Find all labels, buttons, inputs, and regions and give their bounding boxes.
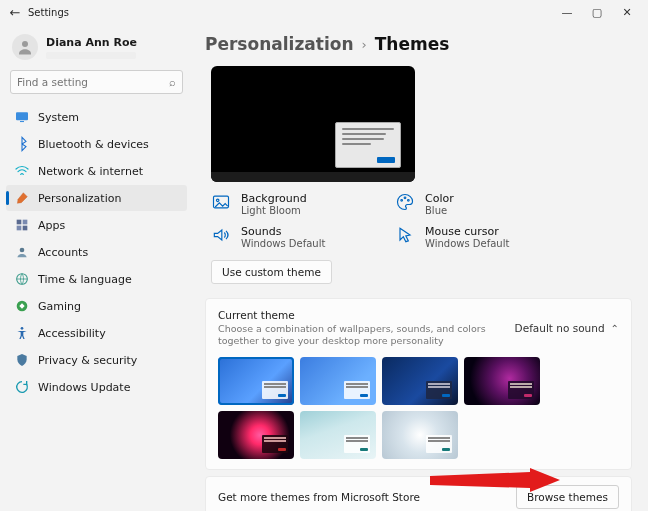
svg-point-7	[20, 248, 25, 253]
theme-preview	[211, 66, 415, 182]
accounts-icon	[14, 244, 30, 260]
page-title: Themes	[375, 34, 450, 54]
aspect-label: Background	[241, 192, 307, 205]
cursor-icon	[395, 225, 417, 247]
nav-label: Bluetooth & devices	[38, 138, 149, 151]
use-custom-theme-button[interactable]: Use custom theme	[211, 260, 332, 284]
aspect-label: Sounds	[241, 225, 325, 238]
theme-thumb-5[interactable]	[218, 411, 294, 459]
main-content: Personalization › Themes Background Ligh…	[195, 24, 648, 511]
nav-label: Personalization	[38, 192, 121, 205]
aspect-value: Windows Default	[241, 238, 325, 250]
card-subtitle: Choose a combination of wallpapers, soun…	[218, 323, 515, 347]
svg-rect-6	[23, 226, 28, 231]
aspect-label: Mouse cursor	[425, 225, 509, 238]
browse-themes-button[interactable]: Browse themes	[516, 485, 619, 509]
svg-rect-3	[17, 220, 22, 225]
theme-thumbnails	[206, 353, 631, 469]
globe-icon	[14, 271, 30, 287]
current-theme-card: Current theme Choose a combination of wa…	[205, 298, 632, 470]
svg-point-13	[401, 200, 403, 202]
svg-point-10	[21, 327, 24, 330]
nav-label: Network & internet	[38, 165, 143, 178]
nav-update[interactable]: Windows Update	[6, 374, 187, 400]
nav-label: System	[38, 111, 79, 124]
sound-scheme-label: Default no sound	[515, 322, 605, 334]
nav-apps[interactable]: Apps	[6, 212, 187, 238]
nav-accessibility[interactable]: Accessibility	[6, 320, 187, 346]
theme-thumb-6[interactable]	[300, 411, 376, 459]
bluetooth-icon	[14, 136, 30, 152]
svg-point-14	[404, 197, 406, 199]
wifi-icon	[14, 163, 30, 179]
nav-label: Gaming	[38, 300, 81, 313]
theme-thumb-3[interactable]	[382, 357, 458, 405]
nav-time[interactable]: Time & language	[6, 266, 187, 292]
theme-thumb-1[interactable]	[218, 357, 294, 405]
palette-icon	[395, 192, 417, 214]
aspect-cursor[interactable]: Mouse cursor Windows Default	[395, 225, 555, 250]
svg-point-15	[408, 200, 410, 202]
nav-label: Time & language	[38, 273, 132, 286]
store-label: Get more themes from Microsoft Store	[218, 491, 516, 503]
system-icon	[14, 109, 30, 125]
svg-point-12	[216, 199, 219, 202]
sidebar: Diana Ann Roe ⌕ System Bluetooth & devic…	[0, 24, 195, 511]
aspect-background[interactable]: Background Light Bloom	[211, 192, 371, 217]
aspect-color[interactable]: Color Blue	[395, 192, 555, 217]
nav-label: Privacy & security	[38, 354, 137, 367]
maximize-button[interactable]: ▢	[588, 6, 606, 19]
breadcrumb-parent[interactable]: Personalization	[205, 34, 354, 54]
user-name: Diana Ann Roe	[46, 36, 137, 49]
nav-bluetooth[interactable]: Bluetooth & devices	[6, 131, 187, 157]
close-button[interactable]: ✕	[618, 6, 636, 19]
nav-system[interactable]: System	[6, 104, 187, 130]
theme-thumb-4[interactable]	[464, 357, 540, 405]
svg-rect-2	[20, 121, 24, 122]
svg-rect-4	[23, 220, 28, 225]
back-button[interactable]: ←	[6, 5, 24, 20]
nav-label: Windows Update	[38, 381, 130, 394]
update-icon	[14, 379, 30, 395]
image-icon	[211, 192, 233, 214]
current-theme-header[interactable]: Current theme Choose a combination of wa…	[206, 299, 631, 353]
aspect-label: Color	[425, 192, 454, 205]
theme-thumb-2[interactable]	[300, 357, 376, 405]
nav-privacy[interactable]: Privacy & security	[6, 347, 187, 373]
window-title: Settings	[28, 7, 69, 18]
preview-window	[335, 122, 401, 168]
gaming-icon	[14, 298, 30, 314]
sound-icon	[211, 225, 233, 247]
search-input[interactable]: ⌕	[10, 70, 183, 94]
account-header[interactable]: Diana Ann Roe	[6, 30, 187, 68]
store-row: Get more themes from Microsoft Store Bro…	[205, 476, 632, 511]
nav-label: Accounts	[38, 246, 88, 259]
search-field[interactable]	[17, 76, 169, 88]
nav-gaming[interactable]: Gaming	[6, 293, 187, 319]
aspect-value: Blue	[425, 205, 454, 217]
minimize-button[interactable]: —	[558, 6, 576, 19]
apps-icon	[14, 217, 30, 233]
preview-taskbar	[211, 172, 415, 182]
svg-rect-5	[17, 226, 22, 231]
paintbrush-icon	[14, 190, 30, 206]
aspect-sounds[interactable]: Sounds Windows Default	[211, 225, 371, 250]
chevron-up-icon: ⌃	[611, 323, 619, 334]
title-bar: ← Settings — ▢ ✕	[0, 0, 648, 24]
nav-label: Accessibility	[38, 327, 106, 340]
chevron-right-icon: ›	[362, 37, 367, 52]
card-title: Current theme	[218, 309, 515, 321]
svg-rect-1	[16, 112, 28, 120]
nav-label: Apps	[38, 219, 65, 232]
aspect-value: Windows Default	[425, 238, 509, 250]
breadcrumb: Personalization › Themes	[205, 34, 632, 54]
user-email-placeholder	[46, 52, 136, 59]
svg-point-0	[22, 41, 28, 47]
nav-personalization[interactable]: Personalization	[6, 185, 187, 211]
aspect-value: Light Bloom	[241, 205, 307, 217]
nav-network[interactable]: Network & internet	[6, 158, 187, 184]
search-icon: ⌕	[169, 76, 176, 89]
nav-accounts[interactable]: Accounts	[6, 239, 187, 265]
theme-thumb-7[interactable]	[382, 411, 458, 459]
shield-icon	[14, 352, 30, 368]
